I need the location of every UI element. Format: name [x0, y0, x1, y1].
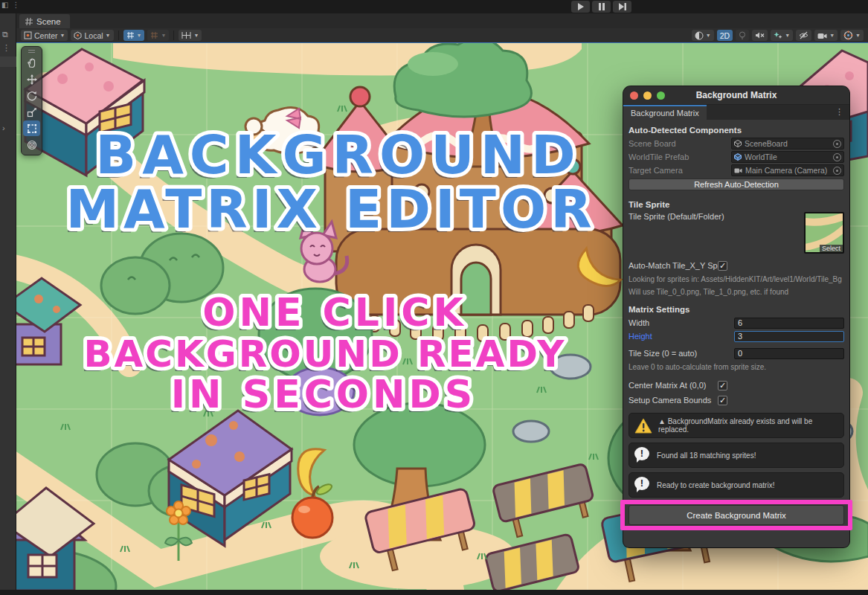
snap-increment-button[interactable]: ▼: [179, 30, 202, 41]
info-message-ready: ! Ready to create background matrix!: [629, 472, 844, 498]
center-matrix-checkbox[interactable]: [718, 381, 727, 390]
play-icon: [577, 3, 584, 10]
play-controls: [571, 1, 631, 13]
scene-visibility-button[interactable]: [796, 30, 811, 41]
inline-warning-glyph: ▲: [658, 417, 666, 425]
hand-icon: [27, 58, 37, 68]
move-tool[interactable]: [23, 71, 40, 87]
camera-preview-dropdown[interactable]: ▼: [814, 30, 838, 41]
snap-increment-icon: [181, 31, 191, 39]
panel-kebab-icon[interactable]: ⋮: [12, 1, 19, 9]
chevron-down-icon: ▼: [60, 33, 65, 38]
rect-tool[interactable]: [23, 120, 40, 136]
scale-tool[interactable]: [23, 104, 40, 120]
tile-size-label: Tile Size (0 = auto): [629, 349, 734, 358]
object-picker-icon[interactable]: [833, 140, 841, 148]
field-row-scene-board: Scene Board SceneBoard: [629, 138, 844, 149]
scene-panel: Scene Center ▼ Local ▼: [16, 13, 868, 590]
center-matrix-row: Center Matrix At (0,0): [629, 379, 844, 391]
axis-local-icon: [74, 31, 82, 39]
field-label: Target Camera: [629, 166, 731, 175]
scene-toolbar: Center ▼ Local ▼ ▼ ▼: [16, 28, 868, 42]
pivot-center-icon: [24, 31, 32, 39]
unity-editor: ◧ ⋮ ⧉ ⋮ › Scene: [0, 0, 868, 595]
step-button[interactable]: [613, 1, 631, 13]
auto-match-checkbox[interactable]: [718, 261, 727, 271]
grid-visibility-button[interactable]: ▼: [147, 30, 169, 41]
object-field-value: Main Camera (Camera): [745, 166, 830, 175]
2d-toggle-button[interactable]: 2D: [717, 30, 733, 41]
panel-menu-icon[interactable]: ⋮: [2, 43, 10, 53]
gizmos-dropdown[interactable]: ▼: [840, 30, 864, 41]
chevron-down-icon: ▼: [829, 33, 835, 38]
tile-size-input[interactable]: [734, 348, 844, 359]
pause-icon: [599, 3, 605, 10]
tile-sprite-thumbnail[interactable]: Select: [804, 212, 844, 254]
shading-mode-dropdown[interactable]: ▼: [692, 30, 714, 41]
minimize-button[interactable]: [643, 91, 652, 100]
window-kebab-icon[interactable]: ⋮: [835, 107, 843, 117]
object-field-camera[interactable]: Main Camera (Camera): [731, 164, 844, 176]
create-button-area: Create Background Matrix: [629, 505, 844, 525]
field-label: WorldTile Prefab: [629, 152, 731, 161]
pivot-mode-dropdown[interactable]: Center ▼: [21, 30, 68, 41]
sprite-select-button[interactable]: Select: [820, 245, 843, 252]
camera-bounds-checkbox[interactable]: [718, 396, 727, 405]
section-header-matrix-settings: Matrix Settings: [629, 305, 844, 314]
rect-tool-icon: [27, 123, 37, 134]
tab-background-matrix[interactable]: Background Matrix: [623, 105, 707, 120]
tile-sprite-row: Tile Sprite (Default/Folder) Select: [629, 212, 844, 257]
field-row-target-camera: Target Camera Main Camera (Camera): [629, 164, 844, 176]
height-row: Height: [629, 330, 844, 342]
scene-viewport[interactable]: BACKGROUND MATRIX EDITOR ONE CLICK BACKG…: [16, 42, 868, 590]
play-button[interactable]: [571, 1, 590, 13]
maximize-panel-icon[interactable]: ⧉: [2, 30, 8, 39]
tab-scene[interactable]: Scene: [19, 14, 70, 28]
width-input[interactable]: [734, 318, 844, 329]
orientation-dropdown[interactable]: Local ▼: [71, 30, 113, 41]
width-label: Width: [629, 318, 734, 327]
gizmos-icon: [843, 30, 853, 40]
warning-text: ▲ BackgroundMatrix already exists and wi…: [658, 417, 838, 434]
tab-label: Background Matrix: [631, 109, 699, 118]
tile-size-help: Leave 0 to auto-calculate from sprite si…: [629, 363, 844, 371]
create-background-matrix-button[interactable]: Create Background Matrix: [629, 505, 844, 525]
field-label: Scene Board: [629, 139, 731, 148]
field-row-worldtile-prefab: WorldTile Prefab WorldTile: [629, 151, 844, 163]
transform-icon: [27, 140, 37, 150]
rotate-tool[interactable]: [23, 88, 40, 103]
info-bubble-icon: !: [634, 477, 651, 493]
chevron-down-icon: ▼: [855, 33, 861, 38]
grid-snap-button[interactable]: ▼: [123, 30, 145, 41]
move-icon: [27, 74, 37, 85]
refresh-auto-detection-button[interactable]: Refresh Auto-Detection: [629, 178, 844, 190]
camera-preview-icon: [817, 32, 827, 39]
warning-message-box: ▲ BackgroundMatrix already exists and wi…: [629, 413, 844, 438]
hand-tool[interactable]: [23, 55, 40, 71]
object-picker-icon[interactable]: [833, 167, 841, 175]
transform-tool[interactable]: [23, 137, 40, 152]
chevron-down-icon: ▼: [193, 33, 199, 38]
scene-tab-label: Scene: [36, 17, 61, 26]
object-field-value: SceneBoard: [745, 139, 830, 148]
effects-dropdown[interactable]: ▼: [771, 30, 793, 41]
shading-mode-icon: [695, 31, 704, 40]
zoom-button[interactable]: [657, 91, 665, 100]
gameobject-icon: [734, 140, 742, 147]
window-controls: [630, 91, 665, 100]
audio-toggle-button[interactable]: [752, 30, 768, 41]
rotate-icon: [27, 91, 37, 101]
object-field-worldtile[interactable]: WorldTile: [731, 151, 844, 163]
close-button[interactable]: [630, 91, 638, 100]
chevron-down-icon: ▼: [161, 33, 166, 38]
pause-button[interactable]: [592, 1, 611, 13]
object-picker-icon[interactable]: [833, 153, 841, 161]
expand-chevron-icon[interactable]: ›: [2, 123, 5, 132]
height-input[interactable]: [734, 331, 844, 342]
palette-drag-handle[interactable]: [23, 48, 40, 54]
window-title-bar[interactable]: Background Matrix: [623, 86, 849, 105]
object-field-scene-board[interactable]: SceneBoard: [731, 138, 844, 149]
section-header-auto-detected: Auto-Detected Components: [629, 126, 844, 135]
camera-icon: [734, 167, 742, 174]
lighting-toggle-button[interactable]: [736, 30, 749, 41]
